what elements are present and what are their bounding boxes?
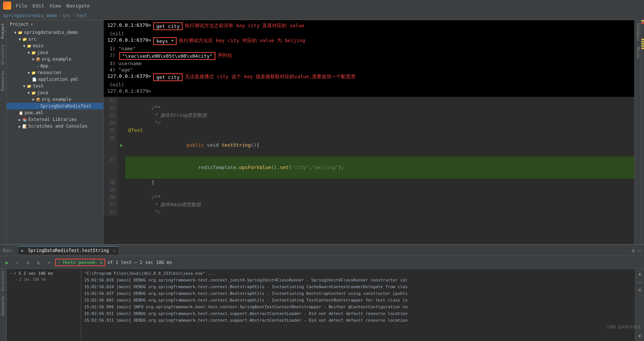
gutter-24	[118, 119, 125, 127]
tree-item-springdataredistest[interactable]: ☕ SpringDataRedisTest	[7, 103, 103, 109]
log-line-4: 15:02:56.892 [main] DEBUG org.springfram…	[84, 297, 632, 304]
code-editor[interactable]: 21 22 /** 23 * 操作String类型数据	[104, 97, 634, 244]
yml-icon: 📄	[32, 77, 37, 82]
tree-item-org-example-main[interactable]: ▼ 📦 org.example	[7, 56, 103, 63]
serialized-key-box: "\xac\xed\x00\x05t\x00\x04city"	[119, 52, 216, 60]
gutter-28	[118, 179, 125, 186]
database-side-label[interactable]: Database	[635, 20, 641, 44]
sidebar-header: Project ▼	[7, 20, 103, 28]
tree-item-app[interactable]: ☕ App	[7, 63, 103, 69]
forward-btn[interactable]: »	[45, 258, 53, 267]
output-name: 1) "name"	[107, 46, 136, 51]
bookmarks-side-label[interactable]: Bookmarks	[0, 68, 6, 94]
result-label: ✓ S 2 sec 186 ms	[14, 271, 53, 276]
prompt-4: 127.0.0.1:6379>	[107, 73, 151, 79]
line-num-28: 28	[104, 179, 118, 186]
run-tab[interactable]: ▶ SpringDataRedisTest.testString ✕	[18, 246, 118, 255]
cmd-path: "C:\Program Files\Java\jdk1.8.0_333\bin\…	[84, 271, 215, 276]
marker-4	[641, 41, 644, 42]
test-result-main[interactable]: ✓ ✓ S 2 sec 186 ms	[8, 270, 79, 277]
line-content-28: }	[125, 179, 634, 186]
java-main-expand-icon: ▼	[28, 51, 30, 55]
run-gutter-icon[interactable]: ▶	[120, 143, 123, 148]
bottom-right-btns: ▲ ↵ ⊞ ▼	[635, 269, 644, 341]
terminal-output-1: (nil)	[107, 31, 631, 36]
line-num-32: 32	[104, 208, 118, 216]
run-tab-close[interactable]: ✕	[113, 249, 115, 253]
line-content-22: /**	[125, 104, 634, 112]
extlibs-expand-icon: ▶	[19, 118, 21, 122]
tree-item-resources[interactable]: ▼ 📁 resources	[7, 69, 103, 76]
stop-btn[interactable]: ⊘	[24, 258, 32, 267]
log-line-1: 15:02:56.819 [main] DEBUG org.springfram…	[84, 277, 632, 284]
marker-5	[641, 43, 644, 45]
menu-edit[interactable]: Edit	[32, 3, 44, 9]
menu-view[interactable]: View	[50, 3, 61, 9]
settings-icon[interactable]: ⚙	[632, 248, 635, 254]
folder-icon-test: 📁	[27, 84, 31, 88]
folder-icon-java-test: 📁	[31, 91, 36, 95]
line-content-31: * 操作Hash类型数据	[125, 201, 634, 208]
tree-item-appyml[interactable]: 📄 application.yml	[7, 76, 103, 83]
cmd-get-city-1: get city	[153, 22, 183, 30]
breadcrumb-test[interactable]: test	[76, 13, 87, 18]
scroll-down-btn[interactable]: ▼	[637, 333, 643, 340]
code-line-31: 31 * 操作Hash类型数据	[104, 201, 634, 208]
gutter-31	[118, 201, 125, 208]
bottom-toolbar: ▶ ✓ ⊘ ⇅ » ✓ Tests passed: 1 of 1 test – …	[0, 256, 644, 269]
output-nil-1: (nil)	[107, 31, 124, 36]
tree-item-main[interactable]: ▼ 📁 main	[7, 42, 103, 49]
output-nil-4: (nil)	[107, 82, 124, 87]
minimize-icon[interactable]: ─	[638, 248, 641, 254]
project-side-label[interactable]: Project	[0, 20, 6, 42]
prompt-1: 127.0.0.1:6379>	[107, 22, 151, 28]
scroll-up-btn[interactable]: ▲	[637, 270, 643, 277]
menu-navigate[interactable]: Navigate	[66, 3, 90, 9]
tree-label-scratches: Scratches and Consoles	[28, 124, 88, 129]
test-result-sub[interactable]: ✓ 2 sec 186 ms	[8, 277, 79, 282]
tree-item-pomxml[interactable]: 📋 pom.xml	[7, 109, 103, 116]
maven-side-label[interactable]: Maven	[635, 44, 641, 61]
bottom-panel: Run: ▶ SpringDataRedisTest.testString ✕ …	[0, 244, 644, 341]
terminal-output-2a: 1) "name"	[107, 46, 631, 51]
test-count: 1	[100, 260, 102, 265]
tree-item-java-main[interactable]: ▼ 📁 java	[7, 49, 103, 56]
sidebar-tree: ▼ 📁 springdataredis_demo ▼ 📁 src ▼ 📁 mai…	[7, 28, 103, 244]
breadcrumb-project[interactable]: springdataredis_demo	[3, 13, 57, 18]
tree-label-test: test	[33, 83, 44, 89]
filter-btn[interactable]: ⊞	[637, 287, 643, 293]
bookmarks-bottom-label[interactable]: Bookmarks	[0, 293, 6, 318]
test-result-panel: ✓ ✓ S 2 sec 186 ms ✓ 2 sec 186 ms	[7, 269, 81, 341]
structure-side-label[interactable]: Structure	[0, 42, 6, 68]
check-mark: ✓	[58, 260, 61, 265]
gutter-32	[118, 208, 125, 216]
tree-item-test[interactable]: ▼ 📁 test	[7, 83, 103, 89]
editor-area: 127.0.0.1:6379> get city 执行测试方法之前没有 key …	[104, 20, 634, 244]
run-btn[interactable]: ▶	[3, 258, 11, 267]
wrap-btn[interactable]: ↵	[637, 278, 643, 285]
sort-btn[interactable]: ⇅	[34, 258, 42, 267]
line-num-25: 25	[104, 127, 118, 134]
tree-label-java-main: java	[37, 50, 48, 55]
line-num-23: 23	[104, 112, 118, 119]
app-file-icon: ☕	[37, 64, 39, 68]
code-line-32: 32 */	[104, 208, 634, 216]
code-line-27: 27 redisTemplate.opsForValue().set("city…	[104, 156, 634, 179]
tree-item-root[interactable]: ▼ 📁 springdataredis_demo	[7, 29, 103, 36]
annotation-2: 执行测试方法后 key city 对应的 value 为 beijing	[179, 37, 631, 44]
check-btn[interactable]: ✓	[13, 258, 22, 267]
tree-item-external-libs[interactable]: ▶ 📚 External Libraries	[7, 116, 103, 123]
tree-item-org-example-test[interactable]: ▼ 📦 org.example	[7, 96, 103, 103]
tree-item-src[interactable]: ▼ 📁 src	[7, 36, 103, 42]
menu-file[interactable]: File	[16, 3, 27, 9]
folder-icon-main: 📁	[27, 44, 31, 48]
log-line-2: 15:02:56.824 [main] DEBUG org.springfram…	[84, 284, 632, 290]
tree-item-scratches[interactable]: ▶ 📝 Scratches and Consoles	[7, 123, 103, 130]
tree-item-java-test[interactable]: ▼ 📁 java	[7, 89, 103, 96]
structure-bottom-label[interactable]: Structure	[0, 269, 6, 293]
line-num-26: 26	[104, 134, 118, 156]
main-content: Project Structure Bookmarks Project ▼ ▼ …	[0, 20, 644, 244]
terminal-line-5: 127.0.0.1:6379>	[107, 88, 631, 94]
line-num-22: 22	[104, 104, 118, 112]
breadcrumb-src[interactable]: src	[63, 13, 71, 18]
